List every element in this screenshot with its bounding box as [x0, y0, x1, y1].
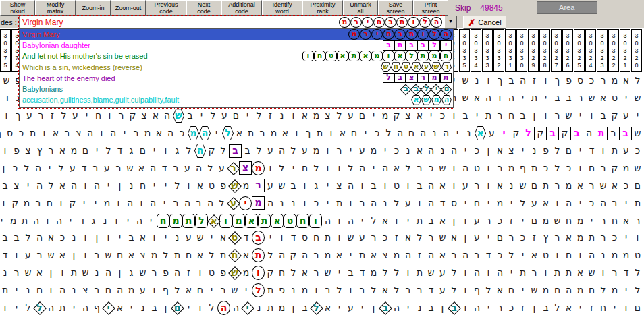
matrix-cell[interactable]: ק: [559, 126, 570, 140]
matrix-cell[interactable]: ד: [76, 214, 88, 228]
matrix-cell[interactable]: ת: [322, 231, 333, 245]
code-list-item-7[interactable]: accusation,guiltiness,blame,guilt,culpab…: [20, 94, 453, 105]
matrix-cell[interactable]: ו: [379, 179, 391, 193]
matrix-cell[interactable]: ש: [460, 74, 471, 88]
matrix-cell[interactable]: ד: [288, 231, 299, 245]
matrix-cell[interactable]: ב: [356, 283, 368, 297]
matrix-cell[interactable]: ו: [540, 74, 552, 88]
matrix-cell[interactable]: ת: [414, 214, 425, 228]
matrix-cell[interactable]: ע: [101, 161, 113, 175]
matrix-cell[interactable]: א: [57, 179, 68, 193]
matrix-cell[interactable]: ד: [425, 283, 437, 297]
matrix-cell[interactable]: ו: [483, 161, 494, 175]
matrix-cell[interactable]: מ: [540, 214, 552, 228]
matrix-cell[interactable]: ח: [296, 214, 309, 228]
matrix-cell[interactable]: ה: [217, 301, 230, 315]
matrix-cell[interactable]: ס: [609, 91, 620, 105]
matrix-cell[interactable]: ה: [32, 161, 44, 175]
code-list-item-5[interactable]: The heart of the enemy diedלבצרמת: [20, 73, 453, 84]
matrix-cell[interactable]: ש: [80, 266, 91, 280]
matrix-cell[interactable]: ל: [205, 161, 216, 175]
matrix-cell[interactable]: ד: [586, 144, 597, 158]
matrix-cell[interactable]: ך: [494, 74, 506, 88]
matrix-cell[interactable]: ב: [149, 301, 160, 315]
matrix-cell[interactable]: מ: [494, 196, 506, 210]
matrix-cell[interactable]: נ: [276, 109, 288, 123]
matrix-cell[interactable]: ה: [483, 91, 494, 105]
matrix-cell[interactable]: ל: [383, 126, 394, 140]
matrix-cell[interactable]: ק: [127, 109, 138, 123]
matrix-cell[interactable]: ע: [265, 144, 276, 158]
matrix-cell[interactable]: כ: [425, 161, 437, 175]
matrix-cell[interactable]: ב: [252, 231, 265, 245]
code-list-item-1[interactable]: Virgin Maryמריםבתולה: [20, 29, 453, 40]
matrix-cell[interactable]: ה: [586, 248, 597, 262]
matrix-cell[interactable]: ם: [44, 196, 55, 210]
matrix-cell[interactable]: מ: [68, 144, 80, 158]
matrix-cell[interactable]: י: [22, 179, 34, 193]
matrix-cell[interactable]: א: [183, 283, 194, 297]
matrix-cell[interactable]: ו: [414, 196, 425, 210]
matrix-cell[interactable]: ה: [460, 248, 471, 262]
matrix-cell[interactable]: ז: [391, 231, 402, 245]
matrix-cell[interactable]: י: [206, 231, 217, 245]
matrix-cell[interactable]: י: [620, 283, 632, 297]
matrix-cell[interactable]: מ: [620, 161, 632, 175]
matrix-cell[interactable]: ו: [0, 144, 11, 158]
matrix-cell[interactable]: י: [65, 214, 76, 228]
matrix-cell[interactable]: ר: [632, 214, 643, 228]
matrix-cell[interactable]: א: [271, 214, 284, 228]
matrix-cell[interactable]: ע: [620, 144, 632, 158]
matrix-cell[interactable]: י: [265, 231, 276, 245]
matrix-cell[interactable]: א: [337, 126, 348, 140]
matrix-cell[interactable]: ח: [229, 248, 240, 262]
matrix-cell[interactable]: ם: [171, 301, 183, 315]
matrix-cell[interactable]: ץ: [540, 231, 552, 245]
matrix-cell[interactable]: ל: [632, 74, 643, 88]
matrix-cell[interactable]: מ: [609, 248, 620, 262]
matrix-cell[interactable]: ת: [356, 248, 368, 262]
matrix-cell[interactable]: י: [322, 179, 333, 193]
matrix-cell[interactable]: ע: [620, 109, 632, 123]
matrix-cell[interactable]: ר: [448, 248, 460, 262]
matrix-cell[interactable]: מ: [540, 283, 552, 297]
matrix-cell[interactable]: א: [574, 179, 586, 193]
matrix-cell[interactable]: ו: [45, 283, 57, 297]
matrix-cell[interactable]: ו: [402, 179, 414, 193]
matrix-cell[interactable]: נ: [276, 196, 288, 210]
matrix-cell[interactable]: ל: [391, 266, 402, 280]
matrix-cell[interactable]: ו: [96, 126, 107, 140]
matrix-cell[interactable]: נ: [429, 126, 440, 140]
matrix-cell[interactable]: ד: [159, 161, 170, 175]
matrix-cell[interactable]: ן: [529, 109, 540, 123]
matrix-cell[interactable]: ו: [42, 214, 53, 228]
matrix-cell[interactable]: ר: [35, 109, 47, 123]
cancel-button[interactable]: ✗ Cancel: [463, 16, 506, 29]
matrix-cell[interactable]: ש: [322, 266, 333, 280]
matrix-cell[interactable]: א: [563, 301, 574, 315]
matrix-cell[interactable]: ו: [402, 266, 414, 280]
matrix-cell[interactable]: ח: [609, 214, 620, 228]
matrix-cell[interactable]: ף: [517, 161, 529, 175]
matrix-cell[interactable]: ת: [19, 214, 30, 228]
matrix-cell[interactable]: ל: [506, 248, 517, 262]
matrix-cell[interactable]: ן: [368, 301, 379, 315]
matrix-cell[interactable]: ר: [130, 126, 142, 140]
matrix-cell[interactable]: ה: [597, 196, 609, 210]
matrix-cell[interactable]: ב: [170, 161, 182, 175]
matrix-cell[interactable]: י: [206, 283, 217, 297]
matrix-cell[interactable]: ו: [448, 179, 460, 193]
matrix-cell[interactable]: ה: [448, 144, 460, 158]
matrix-cell[interactable]: ס: [448, 196, 460, 210]
matrix-cell[interactable]: א: [620, 214, 632, 228]
matrix-cell[interactable]: כ: [506, 301, 517, 315]
matrix-cell[interactable]: א: [368, 248, 379, 262]
matrix-cell[interactable]: ו: [632, 231, 643, 245]
matrix-cell[interactable]: ש: [45, 248, 57, 262]
matrix-cell[interactable]: א: [620, 74, 632, 88]
matrix-cell[interactable]: ט: [206, 266, 217, 280]
matrix-cell[interactable]: ר: [586, 179, 597, 193]
matrix-cell[interactable]: ה: [34, 231, 45, 245]
matrix-cell[interactable]: ו: [288, 109, 299, 123]
matrix-cell[interactable]: י: [149, 144, 160, 158]
